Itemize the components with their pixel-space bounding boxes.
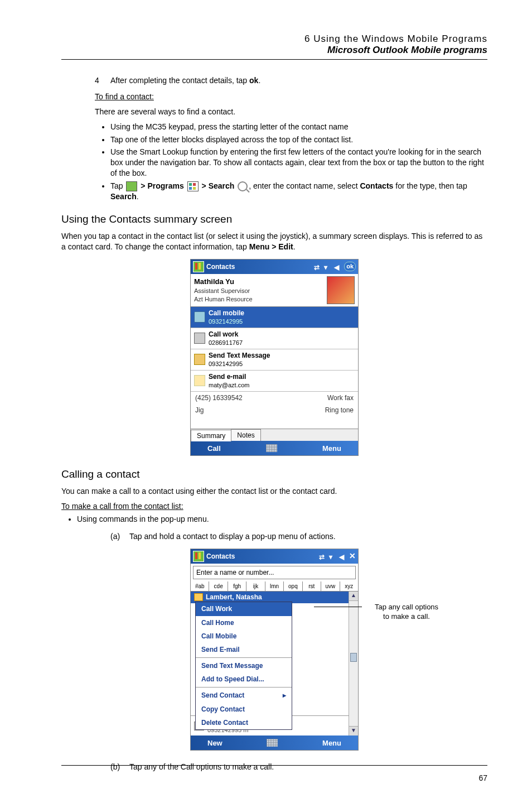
txt: for the type, then tap [393, 181, 467, 190]
annotation-line [314, 607, 362, 607]
section-title: Microsoft Outlook Mobile programs [61, 45, 487, 56]
scroll-up-icon[interactable]: ▲ [349, 592, 358, 601]
volume-icon[interactable]: ◀ [334, 263, 342, 271]
ok-button[interactable]: ok [344, 262, 356, 271]
step-text-bold: ok [249, 76, 258, 85]
menu-separator [196, 687, 292, 688]
menu-delete-contact[interactable]: Delete Contact [196, 716, 292, 729]
calling-para: You can make a call to a contact using e… [61, 486, 487, 497]
contact-name: Mathilda Yu [194, 277, 327, 287]
menu-add-speed-dial[interactable]: Add to Speed Dial... [196, 672, 292, 686]
fax-label: Work fax [327, 393, 354, 402]
find-bullets: Using the MC35 keypad, press the startin… [95, 122, 487, 203]
footer-rule [61, 765, 487, 766]
volume-icon[interactable]: ◀ [339, 552, 347, 560]
menu-call-home[interactable]: Call Home [196, 616, 292, 629]
fax-number: (425) 16339542 [195, 393, 243, 402]
menu-send-text[interactable]: Send Text Message [196, 659, 292, 672]
row-value: 0286911767 [209, 339, 243, 347]
alpha-block[interactable]: opq [284, 581, 302, 592]
building-icon [194, 333, 205, 344]
row-value: maty@azt.com [209, 381, 250, 390]
alpha-block[interactable]: ijk [246, 581, 265, 592]
phone-icon [194, 311, 205, 323]
signal-icon[interactable]: ▾ [324, 263, 332, 271]
menu-copy-contact[interactable]: Copy Contact [196, 703, 292, 716]
selected-contact-name: Lambert, Natasha [206, 593, 262, 602]
row-send-email[interactable]: Send e-mail maty@azt.com [191, 371, 358, 392]
row-call-work[interactable]: Call work 0286911767 [191, 328, 358, 349]
signal-icon[interactable]: ▾ [329, 552, 337, 560]
substep-a: (a) Tap and hold a contact to display a … [110, 531, 487, 542]
start-flag-icon[interactable] [193, 261, 204, 272]
softkey-new[interactable]: New [207, 738, 223, 748]
softkey-menu[interactable]: Menu [322, 444, 341, 454]
row-value: 0932142995 [209, 318, 244, 326]
alpha-block[interactable]: rst [303, 581, 321, 592]
softkey-call[interactable]: Call [207, 444, 221, 454]
connectivity-icon[interactable]: ⇄ [319, 552, 327, 560]
row-call-mobile[interactable]: Call mobile 0932142995 [191, 307, 358, 328]
connectivity-icon[interactable]: ⇄ [314, 263, 322, 271]
summary-para-bold: Menu > Edit [249, 242, 293, 251]
alpha-block[interactable]: fgh [228, 581, 246, 592]
menu-call-work[interactable]: Call Work [196, 602, 292, 616]
row-label: Send Text Message [209, 351, 270, 360]
alpha-block[interactable]: lmn [265, 581, 284, 592]
calling-sub-heading: To make a call from the contact list: [61, 501, 487, 512]
txt-bold: > Programs [138, 181, 186, 190]
summary-para-end: . [293, 242, 296, 251]
start-icon [126, 181, 137, 191]
substep-letter: (b) [110, 762, 129, 772]
alpha-block[interactable]: #ab [191, 581, 209, 592]
scrollbar[interactable]: ▲ ▼ [349, 592, 358, 735]
screenshot-contact-list: Contacts ⇄ ▾ ◀ ✕ Enter a name or number.… [190, 549, 359, 751]
close-button[interactable]: ✕ [349, 551, 356, 561]
txt-bold: Search [110, 192, 137, 201]
search-input[interactable]: Enter a name or number... [193, 566, 356, 579]
step-text-end: . [258, 76, 260, 85]
annotation-callout: Tap any call options to make a call. [362, 602, 451, 622]
find-contact-heading: To find a contact: [95, 92, 487, 102]
contact-company: Azt Human Resource [194, 295, 327, 304]
start-flag-icon[interactable] [193, 551, 204, 562]
row-label: Send e-mail [209, 372, 250, 381]
scroll-thumb[interactable] [350, 653, 357, 662]
step-text: After completing the contact details, ta… [110, 76, 249, 85]
annotation-text-2: to make a call. [383, 612, 430, 621]
tab-notes[interactable]: Notes [231, 429, 260, 441]
keyboard-icon[interactable] [267, 739, 278, 747]
heading-calling-contact: Calling a contact [61, 467, 487, 482]
keyboard-icon[interactable] [266, 444, 277, 452]
heading-summary-screen: Using the Contacts summary screen [61, 212, 487, 227]
context-menu: Call Work Call Home Call Mobile Send E-m… [195, 602, 292, 730]
alpha-index: #ab cde fgh ijk lmn opq rst uvw xyz [191, 581, 358, 592]
txt: . [137, 192, 139, 201]
scroll-down-icon[interactable]: ▼ [349, 726, 358, 735]
alpha-block[interactable]: cde [209, 581, 228, 592]
row-send-text[interactable]: Send Text Message 0932142995 [191, 349, 358, 371]
softkey-menu[interactable]: Menu [322, 738, 341, 748]
alpha-block[interactable]: xyz [340, 581, 358, 592]
menu-separator [196, 657, 292, 658]
ring-value: Jig [195, 406, 204, 415]
tab-summary[interactable]: Summary [191, 430, 231, 441]
menu-send-contact[interactable]: Send Contact [196, 689, 292, 702]
substep-letter: (a) [110, 531, 129, 542]
txt-bold: > Search [200, 181, 237, 190]
menu-call-mobile[interactable]: Call Mobile [196, 629, 292, 643]
page-number: 67 [478, 773, 487, 782]
bullet-item-tap: Tap > Programs > Search , enter the cont… [110, 181, 487, 202]
softkey-bar: New Menu [191, 735, 358, 750]
ring-label: Ring tone [325, 406, 354, 415]
substep-text: Tap and hold a contact to display a pop-… [129, 531, 336, 542]
menu-send-email[interactable]: Send E-mail [196, 643, 292, 656]
tab-strip: Summary Notes [191, 429, 358, 441]
alpha-block[interactable]: uvw [321, 581, 340, 592]
sim-icon [194, 593, 203, 601]
substep-b: (b) Tap any of the Call options to make … [110, 762, 487, 772]
txt: Tap [110, 181, 125, 190]
softkey-bar: Call Menu [191, 441, 358, 455]
programs-icon [187, 181, 199, 191]
row-label: Call mobile [209, 309, 244, 318]
